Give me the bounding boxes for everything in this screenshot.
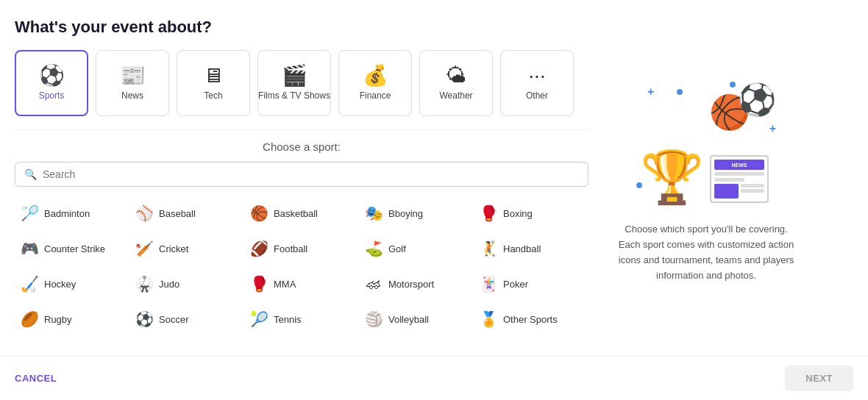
sport-item-golf[interactable]: ⛳ Golf — [359, 232, 474, 265]
category-label-films: Films & TV Shows — [258, 90, 330, 101]
sport-icon-handball: 🤾 — [480, 240, 497, 257]
sport-icon-soccer: ⚽ — [135, 310, 153, 328]
category-card-finance[interactable]: 💰 Finance — [338, 50, 412, 116]
category-card-other[interactable]: ··· Other — [500, 50, 574, 116]
sport-icon-bboying: 🎭 — [365, 204, 383, 222]
trophy-icon: 🏆 — [640, 151, 704, 203]
category-label-tech: Tech — [204, 90, 222, 101]
category-card-news[interactable]: 📰 News — [96, 50, 169, 116]
search-icon: 🔍 — [24, 168, 37, 180]
sport-item-hockey[interactable]: 🏑 Hockey — [15, 268, 129, 300]
sport-icon-tennis: 🎾 — [250, 310, 268, 328]
category-icon-finance: 💰 — [363, 65, 388, 86]
category-label-sports: Sports — [39, 90, 65, 101]
newspaper-icon: NEWS — [710, 155, 769, 203]
search-box[interactable]: 🔍 — [15, 162, 588, 187]
category-row: ⚽ Sports 📰 News 🖥 Tech 🎬 Films & TV Show… — [15, 50, 588, 116]
sport-item-rugby[interactable]: 🏉 Rugby — [15, 303, 129, 335]
sport-item-motorsport[interactable]: 🏎 Motorsport — [359, 268, 474, 300]
sport-item-counter-strike[interactable]: 🎮 Counter Strike — [15, 232, 129, 265]
sport-item-soccer[interactable]: ⚽ Soccer — [129, 303, 244, 335]
sport-icon-poker: 🃏 — [480, 275, 497, 293]
soccer-icon: ⚽ — [738, 82, 776, 118]
deco-dot-1 — [677, 89, 683, 95]
sport-icon-baseball: ⚾ — [135, 204, 153, 222]
category-icon-weather: 🌤 — [446, 65, 466, 86]
category-label-finance: Finance — [360, 90, 391, 101]
sport-icon-golf: ⛳ — [365, 240, 383, 257]
sport-item-bboying[interactable]: 🎭 Bboying — [359, 197, 474, 229]
sport-label-other-sports: Other Sports — [503, 314, 558, 325]
sport-item-badminton[interactable]: 🏸 Badminton — [15, 197, 129, 229]
sport-label-basketball: Basketball — [274, 208, 318, 219]
sport-label-soccer: Soccer — [159, 314, 188, 325]
sport-label-baseball: Baseball — [159, 208, 196, 219]
deco-plus-1: + — [647, 85, 654, 99]
sport-label-counter-strike: Counter Strike — [44, 243, 105, 254]
category-icon-films: 🎬 — [282, 65, 307, 86]
sport-icon-football: 🏈 — [250, 240, 268, 257]
sport-icon-judo: 🥋 — [135, 275, 153, 293]
sport-label-volleyball: Volleyball — [388, 314, 429, 325]
sport-label-football: Football — [274, 243, 307, 254]
sports-grid: 🏸 Badminton ⚾ Baseball 🏀 Basketball 🎭 Bb… — [15, 197, 588, 335]
deco-plus-2: + — [769, 122, 776, 135]
sport-icon-cricket: 🏏 — [135, 240, 153, 257]
category-card-films[interactable]: 🎬 Films & TV Shows — [257, 50, 331, 116]
sport-item-football[interactable]: 🏈 Football — [244, 232, 359, 265]
cancel-button[interactable]: CANCEL — [15, 373, 57, 384]
category-card-sports[interactable]: ⚽ Sports — [15, 50, 88, 116]
sport-item-poker[interactable]: 🃏 Poker — [474, 268, 588, 300]
sport-item-judo[interactable]: 🥋 Judo — [129, 268, 244, 300]
next-button[interactable]: NEXT — [785, 365, 853, 391]
sport-item-cricket[interactable]: 🏏 Cricket — [129, 232, 244, 265]
sport-item-mma[interactable]: 🥊 MMA — [244, 268, 359, 300]
sport-icon-mma: 🥊 — [250, 275, 268, 293]
sport-icon-boxing: 🥊 — [480, 204, 497, 222]
sport-item-volleyball[interactable]: 🏐 Volleyball — [359, 303, 474, 335]
sport-label-golf: Golf — [388, 243, 406, 254]
sport-label-poker: Poker — [503, 279, 528, 290]
sport-label-handball: Handball — [503, 243, 541, 254]
sport-item-tennis[interactable]: 🎾 Tennis — [244, 303, 359, 335]
sport-item-handball[interactable]: 🤾 Handball — [474, 232, 588, 265]
page-title: What's your event about? — [15, 18, 588, 37]
sport-label-mma: MMA — [274, 279, 296, 290]
divider — [15, 129, 588, 130]
category-icon-sports: ⚽ — [39, 65, 65, 86]
search-input[interactable] — [43, 168, 579, 180]
category-label-news: News — [121, 90, 143, 101]
right-description: Choose which sport you'll be covering. E… — [618, 222, 794, 283]
sport-icon-hockey: 🏑 — [21, 275, 38, 293]
category-icon-tech: 🖥 — [203, 65, 224, 86]
category-card-tech[interactable]: 🖥 Tech — [177, 50, 250, 116]
sport-item-baseball[interactable]: ⚾ Baseball — [129, 197, 244, 229]
sport-item-basketball[interactable]: 🏀 Basketball — [244, 197, 359, 229]
sport-label-motorsport: Motorsport — [388, 279, 434, 290]
sport-icon-counter-strike: 🎮 — [21, 240, 38, 257]
category-icon-other: ··· — [528, 65, 545, 86]
category-icon-news: 📰 — [120, 65, 146, 86]
sport-label-cricket: Cricket — [159, 243, 188, 254]
category-label-weather: Weather — [439, 90, 472, 101]
sport-icon-basketball: 🏀 — [250, 204, 268, 222]
sport-item-boxing[interactable]: 🥊 Boxing — [474, 197, 588, 229]
choose-sport-label: Choose a sport: — [15, 140, 588, 153]
sport-label-tennis: Tennis — [274, 314, 302, 325]
sport-icon-other-sports: 🏅 — [480, 310, 497, 328]
category-card-weather[interactable]: 🌤 Weather — [419, 50, 493, 116]
sport-icon-rugby: 🏉 — [21, 310, 38, 328]
sport-label-bboying: Bboying — [388, 208, 423, 219]
sport-label-judo: Judo — [159, 279, 179, 290]
sport-label-hockey: Hockey — [44, 279, 76, 290]
right-panel: + + 🏆 🏀 ⚽ NEWS Choos — [603, 18, 809, 344]
bottom-bar: CANCEL NEXT — [0, 356, 868, 400]
illustration: + + 🏆 🏀 ⚽ NEWS — [633, 78, 780, 210]
sport-label-boxing: Boxing — [503, 208, 533, 219]
sport-label-rugby: Rugby — [44, 314, 72, 325]
sport-icon-motorsport: 🏎 — [365, 276, 383, 293]
deco-dot-2 — [730, 82, 736, 88]
sport-label-badminton: Badminton — [44, 208, 90, 219]
sport-item-other-sports[interactable]: 🏅 Other Sports — [474, 303, 588, 335]
sport-icon-badminton: 🏸 — [21, 204, 38, 222]
